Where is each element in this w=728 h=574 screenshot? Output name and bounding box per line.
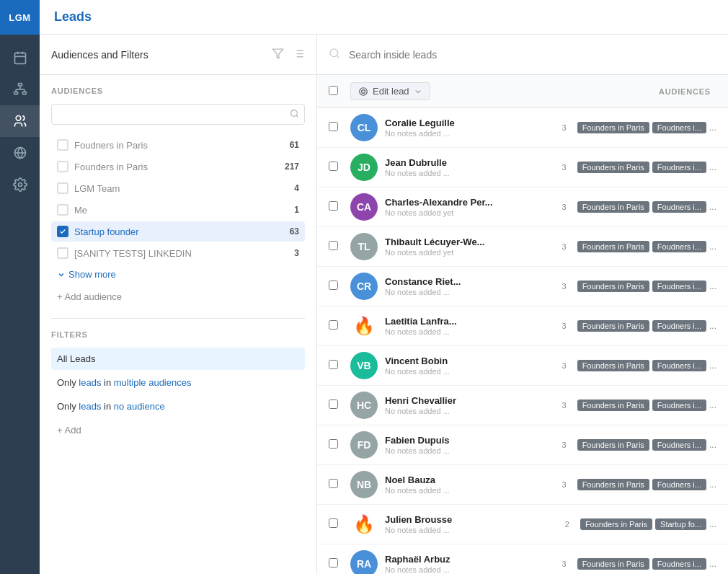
lead-tag-more[interactable]: ... [709,162,716,172]
nav-calendar[interactable] [0,42,40,74]
sort-icon[interactable] [293,48,305,62]
lead-checkbox[interactable] [329,399,338,409]
lead-checkbox[interactable] [329,241,338,250]
audience-item-foudners-paris[interactable]: Foudners in Paris61 [51,135,305,155]
audience-checkbox [57,247,68,259]
audience-search-box [51,104,305,125]
lead-tags: Founders in ParisFoudners i...... [577,281,716,292]
filter-icon[interactable] [272,48,284,62]
audience-count: 63 [290,226,299,237]
lead-info: Laetitia Lanfra...No notes added ... [385,316,557,336]
lead-tag-more[interactable]: ... [709,202,716,212]
lead-audience-count: 3 [557,322,572,330]
lead-avatar: TL [350,233,378,260]
lead-info: Thibault Lécuyer-We...No notes added yet [385,237,557,257]
lead-row[interactable]: TLThibault Lécuyer-We...No notes added y… [317,227,728,267]
filter-item-multiple-audiences[interactable]: Only leads in multiple audiences [51,371,305,394]
lead-tag: Foudners i... [652,122,706,133]
lead-row[interactable]: RARaphaël ArbuzNo notes added ...3Founde… [317,544,728,574]
lead-note: No notes added ... [385,446,557,455]
lead-name: Constance Riet... [385,276,557,287]
nav-globe[interactable] [0,137,40,169]
lead-tag-more[interactable]: ... [709,400,716,410]
nav-org[interactable] [0,74,40,105]
left-panel-body: AUDIENCES Foudners in Paris61Founders in… [40,75,316,574]
lead-row[interactable]: VBVincent BobinNo notes added ...3Founde… [317,346,728,386]
lead-tag-more[interactable]: ... [709,123,716,133]
lead-tag-more[interactable]: ... [709,281,716,291]
lead-checkbox[interactable] [329,162,338,171]
nav-people[interactable] [0,105,40,137]
show-more-button[interactable]: Show more [51,265,305,284]
add-filter-button[interactable]: + Add [51,420,305,440]
lead-name: Laetitia Lanfra... [385,316,557,327]
panel-divider [51,318,305,319]
search-leads-input[interactable] [349,49,716,61]
lead-tags: Founders in ParisFoudners i...... [577,320,716,332]
select-all-check[interactable] [329,86,350,97]
lead-row[interactable]: 🔥Laetitia Lanfra...No notes added ...3Fo… [317,306,728,346]
lead-checkbox[interactable] [329,201,338,211]
lead-checkbox-col [329,479,350,490]
lead-tag-more[interactable]: ... [709,361,716,371]
filter-item-all-leads[interactable]: All Leads [51,348,305,370]
lead-checkbox-col [329,281,350,292]
lead-tag-more[interactable]: ... [709,440,716,450]
lead-tag: Foudners i... [652,281,706,292]
left-panel-icon-group [272,48,305,62]
audiences-section-title: AUDIENCES [51,87,305,95]
svg-marker-15 [272,49,283,58]
lead-tag: Foudners i... [652,399,706,411]
audience-item-sanity-tests[interactable]: [SANITY TESTS] LINKEDIN3 [51,243,305,263]
lead-avatar: CL [350,114,378,141]
lead-info: Fabien DupuisNo notes added ... [385,435,557,455]
lead-avatar: NB [350,471,378,498]
edit-lead-button[interactable]: Edit lead [350,82,430,100]
lead-checkbox[interactable] [329,360,338,369]
lead-row[interactable]: HCHenri ChevallierNo notes added ...3Fou… [317,386,728,425]
lead-tags: Founders in ParisFoudners i...... [577,479,716,490]
select-all-checkbox[interactable] [329,86,338,95]
lead-checkbox[interactable] [329,122,338,131]
audience-item-founders-paris[interactable]: Founders in Paris217 [51,156,305,177]
lead-row[interactable]: CACharles-Alexandre Per...No notes added… [317,187,728,227]
right-panel: Edit lead AUDIENCES CLCoralie LeguilleNo… [317,35,728,574]
lead-tag-more[interactable]: ... [709,519,716,529]
lead-avatar: CR [350,273,378,300]
lead-tag: Founders in Paris [580,518,652,530]
lead-checkbox[interactable] [329,479,338,488]
lead-checkbox[interactable] [329,439,338,449]
lead-checkbox[interactable] [329,518,338,528]
lead-checkbox[interactable] [329,320,338,330]
audience-count: 217 [285,162,299,172]
lead-tag: Founders in Paris [577,558,649,570]
lead-row[interactable]: CRConstance Riet...No notes added ...3Fo… [317,267,728,306]
nav-settings[interactable] [0,169,40,200]
audience-search-input[interactable] [51,104,305,125]
lead-tag-more[interactable]: ... [709,242,716,252]
lead-checkbox-col [329,122,350,133]
lead-info: Julien BrousseNo notes added ... [385,514,560,534]
lead-tags: Founders in ParisStartup fo...... [580,518,716,530]
lead-tag: Founders in Paris [577,399,649,411]
audience-item-me[interactable]: Me1 [51,200,305,220]
audience-item-startup-founder[interactable]: Startup founder63 [51,221,305,242]
lead-row[interactable]: NBNoel BauzaNo notes added ...3Founders … [317,465,728,505]
lead-tag-more[interactable]: ... [709,480,716,490]
lead-row[interactable]: CLCoralie LeguilleNo notes added ...3Fou… [317,108,728,148]
svg-point-14 [18,183,22,187]
audience-item-lgm-team[interactable]: LGM Team4 [51,178,305,198]
lead-tag: Foudners i... [652,360,706,371]
filter-item-no-audience[interactable]: Only leads in no audience [51,395,305,418]
lead-tag-more[interactable]: ... [709,559,716,569]
lead-checkbox[interactable] [329,558,338,568]
lead-checkbox[interactable] [329,281,338,290]
lead-row[interactable]: 🔥Julien BrousseNo notes added ...2Founde… [317,505,728,544]
add-audience-button[interactable]: + Add audience [51,287,305,306]
audience-label: Startup founder [74,226,290,237]
audience-checkbox [57,226,68,237]
lead-tag-more[interactable]: ... [709,321,716,331]
lead-row[interactable]: JDJean DubrulleNo notes added ...3Founde… [317,148,728,187]
svg-point-24 [330,49,338,57]
lead-row[interactable]: FDFabien DupuisNo notes added ...3Founde… [317,425,728,465]
